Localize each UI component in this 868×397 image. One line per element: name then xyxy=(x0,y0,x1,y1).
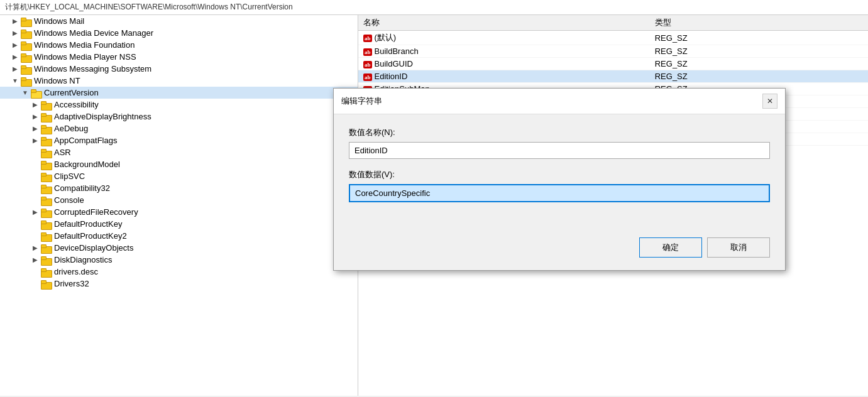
dialog-title: 编辑字符串 xyxy=(341,95,382,107)
dialog-body: 数值名称(N): 数值数据(V): 确定 取消 xyxy=(334,114,785,270)
ok-button[interactable]: 确定 xyxy=(639,237,702,258)
dialog-buttons: 确定 取消 xyxy=(349,227,770,258)
dialog-overlay: 编辑字符串 ✕ 数值名称(N): 数值数据(V): 确定 取消 xyxy=(0,0,868,397)
cancel-button[interactable]: 取消 xyxy=(707,237,770,258)
name-label: 数值名称(N): xyxy=(349,127,770,138)
edit-string-dialog: 编辑字符串 ✕ 数值名称(N): 数值数据(V): 确定 取消 xyxy=(333,88,786,271)
dialog-close-button[interactable]: ✕ xyxy=(762,94,777,109)
data-label: 数值数据(V): xyxy=(349,169,770,180)
name-input[interactable] xyxy=(349,142,770,159)
data-input[interactable] xyxy=(349,184,770,202)
dialog-titlebar: 编辑字符串 ✕ xyxy=(334,89,785,114)
